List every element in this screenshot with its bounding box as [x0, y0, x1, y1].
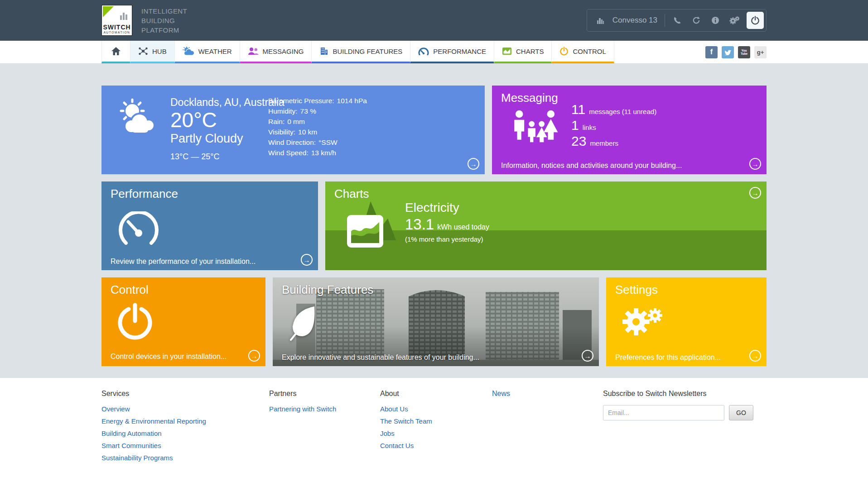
phone-icon[interactable]: [670, 14, 684, 27]
logo-buildings-icon: [120, 13, 127, 20]
area-chart-icon: [345, 199, 400, 253]
weather-condition: Partly Cloudy: [170, 132, 285, 146]
footer-link-sustainability-programs[interactable]: Sustainability Programs: [101, 454, 269, 462]
settings-arrow-button[interactable]: →: [749, 350, 761, 362]
tab-home[interactable]: [101, 41, 130, 63]
performance-arrow-button[interactable]: →: [301, 254, 313, 266]
weather-range: 13°C — 25°C: [170, 152, 285, 162]
weather-detail-value: °SSW: [318, 137, 338, 148]
tab-messaging[interactable]: MESSAGING: [240, 41, 312, 63]
footer-link-about-us[interactable]: About Us: [380, 405, 492, 413]
footer-link-building-automation[interactable]: Building Automation: [101, 429, 269, 437]
googleplus-icon[interactable]: g+: [754, 46, 767, 58]
subscribe-heading: Subscribe to Switch Newsletters: [603, 390, 767, 398]
footer-link-overview[interactable]: Overview: [101, 405, 269, 413]
building-features-description: Explore innovative and sustainable featu…: [282, 353, 574, 362]
weather-detail-row: Wind Speed:13 km/h: [268, 148, 367, 158]
email-input[interactable]: [603, 405, 724, 420]
home-icon: [111, 47, 121, 56]
building-icon: [593, 14, 607, 27]
tab-weather[interactable]: WEATHER: [174, 41, 240, 63]
metric-note: (1% more than yesterday): [405, 235, 489, 243]
logo-subtext: AUTOMATION: [104, 31, 130, 34]
tab-label: CONTROL: [573, 48, 606, 55]
footer-link-switch-team[interactable]: The Switch Team: [380, 417, 492, 425]
building-features-icon: [319, 47, 328, 56]
footer-link-jobs[interactable]: Jobs: [380, 429, 492, 437]
messaging-stat: 11messages (11 unread): [571, 102, 656, 117]
messaging-title: Messaging: [501, 91, 558, 105]
footer-link-smart-communities[interactable]: Smart Communities: [101, 442, 269, 449]
charts-tile[interactable]: Charts Electricity 13.1 kWh used today (…: [325, 181, 767, 270]
metric-name: Electricity: [405, 200, 489, 215]
weather-detail-value: 73 %: [300, 106, 316, 116]
brand-logo: SWITCH AUTOMATION INTELLIGENT BUILDING P…: [101, 5, 187, 36]
weather-detail-row: Rain:0 mm: [268, 116, 367, 127]
building-features-title: Building Features: [282, 283, 373, 297]
weather-detail-label: Wind Direction:: [268, 137, 316, 148]
power-button[interactable]: [747, 12, 764, 29]
weather-detail-value: 13 km/h: [311, 148, 336, 158]
control-description: Control devices in your installation...: [111, 352, 241, 362]
control-title: Control: [111, 283, 149, 297]
chart-icon: [502, 47, 512, 55]
people-icon: [248, 47, 259, 55]
weather-tile[interactable]: Docklands, AU, Australia 20°C Partly Clo…: [101, 86, 485, 174]
weather-detail-row: Barometric Pressure:1014 hPa: [268, 95, 367, 106]
settings-gears-icon[interactable]: [728, 14, 741, 27]
info-icon[interactable]: [709, 14, 722, 27]
building-features-arrow-button[interactable]: →: [582, 350, 593, 362]
footer-link-partnering[interactable]: Partnering with Switch: [269, 405, 380, 413]
performance-description: Review the performance of your installat…: [111, 258, 294, 266]
weather-detail-row: Wind Direction:°SSW: [268, 137, 367, 148]
weather-arrow-button[interactable]: →: [468, 158, 479, 170]
messaging-stat: 23members: [571, 134, 656, 148]
tab-building-features[interactable]: BUILDING FEATURES: [311, 41, 410, 63]
weather-detail-value: 10 km: [298, 127, 317, 137]
logo-text: SWITCH: [103, 24, 130, 31]
sun-cloud-icon: [113, 96, 164, 135]
footer-news-column: News: [492, 390, 603, 466]
tab-hub[interactable]: HUB: [130, 41, 174, 63]
control-tile[interactable]: Control Control devices in your installa…: [101, 277, 265, 366]
site-name[interactable]: Convesso 13: [612, 16, 657, 25]
footer-link-news[interactable]: News: [492, 390, 603, 398]
youtube-icon[interactable]: You Tube: [738, 46, 750, 58]
messaging-description: Information, notices and activities arou…: [501, 162, 742, 170]
settings-title: Settings: [615, 283, 658, 297]
tab-label: PERFORMANCE: [433, 48, 486, 55]
charts-arrow-button[interactable]: →: [749, 187, 761, 199]
platform-tagline: INTELLIGENT BUILDING PLATFORM: [141, 6, 187, 35]
weather-detail-label: Humidity:: [268, 106, 298, 116]
gauge-icon: [115, 211, 162, 246]
control-arrow-button[interactable]: →: [248, 350, 260, 362]
weather-icon: [183, 47, 194, 56]
page-footer: Services Overview Energy & Environmental…: [0, 378, 868, 477]
twitter-bird-icon[interactable]: [722, 46, 734, 58]
family-icon: [510, 109, 560, 149]
tab-charts[interactable]: CHARTS: [494, 41, 551, 63]
weather-detail-row: Visibility:10 km: [268, 127, 367, 137]
footer-link-energy-reporting[interactable]: Energy & Environmental Reporting: [101, 417, 269, 425]
tab-control[interactable]: CONTROL: [551, 41, 614, 63]
footer-partners-column: Partners Partnering with Switch: [269, 390, 380, 466]
settings-tile[interactable]: Settings Preferences for this applicatio…: [606, 277, 767, 366]
building-features-tile[interactable]: Building Features Explore innovative and…: [273, 277, 599, 366]
messaging-tile[interactable]: Messaging 11messages (11 unread) 1links …: [492, 86, 767, 174]
gears-icon: [621, 305, 664, 337]
about-heading: About: [380, 390, 492, 398]
metric-value: 13.1: [405, 216, 434, 233]
switch-logo: SWITCH AUTOMATION: [101, 5, 132, 36]
power-icon: [116, 303, 154, 341]
refresh-icon[interactable]: [690, 14, 703, 27]
weather-location: Docklands, AU, Australia: [170, 96, 285, 109]
tab-performance[interactable]: PERFORMANCE: [410, 41, 494, 63]
messaging-arrow-button[interactable]: →: [749, 158, 761, 170]
weather-detail-row: Humidity:73 %: [268, 106, 367, 116]
footer-link-contact-us[interactable]: Contact Us: [380, 442, 492, 449]
settings-description: Preferences for this application...: [615, 353, 742, 362]
performance-tile[interactable]: Performance Review the performance of yo…: [101, 181, 318, 270]
subscribe-go-button[interactable]: GO: [729, 405, 753, 420]
hub-dashboard: Docklands, AU, Australia 20°C Partly Clo…: [0, 64, 868, 378]
facebook-icon[interactable]: f: [705, 46, 718, 58]
